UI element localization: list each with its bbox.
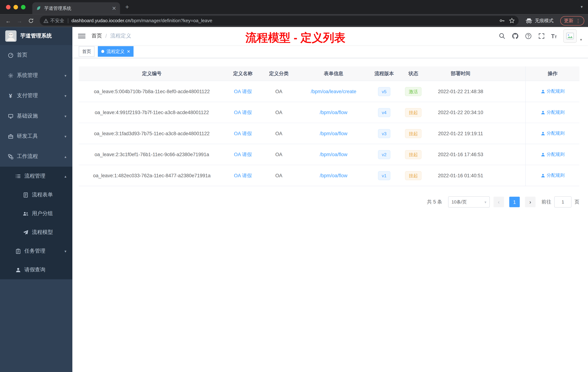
reload-button[interactable]: [26, 18, 35, 23]
font-size-icon[interactable]: TT: [551, 33, 557, 39]
sidebar-item-label: 请假查询: [24, 266, 45, 273]
column-header: 定义编号: [79, 66, 225, 81]
sidebar-item-infrastructure[interactable]: 基础设施 ▾: [0, 106, 72, 126]
sidebar-item-payment[interactable]: ¥ 支付管理 ▾: [0, 86, 72, 106]
app-root: 芋道管理系统 首页 系统管理 ▾ ¥ 支付管理 ▾ 基础设施 ▾: [0, 27, 588, 372]
breadcrumb-current: 流程定义: [110, 33, 131, 39]
sidebar-item-workflow[interactable]: 工作流程 ▴: [0, 146, 72, 166]
assign-rule-link[interactable]: 分配规则: [541, 109, 565, 116]
chevron-down-icon: ▾: [64, 114, 66, 118]
incognito-label: 无痕模式: [535, 17, 554, 24]
divider: [68, 18, 68, 23]
definition-name-link[interactable]: OA 请假: [234, 130, 252, 137]
monitor-icon: [8, 113, 13, 119]
filler-cell: [492, 165, 525, 186]
sidebar-item-label: 工作流程: [17, 153, 38, 160]
sidebar-item-leave-query[interactable]: 请假查询: [0, 261, 72, 279]
form-link[interactable]: /bpm/oa/flow: [320, 131, 347, 136]
sidebar-item-devtools[interactable]: 研发工具 ▾: [0, 126, 72, 146]
incognito-indicator: 无痕模式: [525, 17, 554, 24]
fullscreen-icon[interactable]: [538, 33, 545, 39]
definition-name-link[interactable]: OA 请假: [234, 109, 252, 116]
security-label[interactable]: 不安全: [50, 17, 64, 24]
bookmark-star-icon[interactable]: [509, 18, 515, 24]
breadcrumb-home[interactable]: 首页: [92, 33, 102, 39]
column-header: 状态: [398, 66, 429, 81]
sidebar-item-system[interactable]: 系统管理 ▾: [0, 65, 72, 86]
table-row: oa_leave:2:3c1f0ef1-76b1-11ec-9c66-a2380…: [79, 144, 579, 165]
help-icon[interactable]: [525, 33, 532, 39]
definition-name-link[interactable]: OA 请假: [234, 172, 252, 179]
password-key-icon[interactable]: [499, 18, 505, 24]
avatar[interactable]: [563, 29, 577, 43]
close-window-button[interactable]: [6, 5, 10, 10]
page-size-select[interactable]: 10条/页 ▾: [448, 196, 490, 208]
browser-toolbar: ← → 不安全 dashboard.yudao.iocoder.cn/bpm/m…: [0, 14, 588, 27]
app-logo: 芋道管理系统: [0, 27, 72, 45]
incognito-icon: [525, 18, 533, 24]
close-tab-icon[interactable]: ✕: [112, 5, 116, 11]
back-button[interactable]: ←: [4, 17, 13, 24]
sidebar-item-task-management[interactable]: 任务管理 ▾: [0, 242, 72, 261]
sidebar-item-process-model[interactable]: 流程模型: [0, 223, 72, 242]
maximize-window-button[interactable]: [21, 5, 26, 10]
definition-table: 定义编号 定义名称 定义分类 表单信息 流程版本 状态 部署时间 操作 oa_l…: [79, 66, 579, 186]
tab-search-chevron-icon[interactable]: ▾: [581, 5, 583, 10]
assign-rule-link[interactable]: 分配规则: [541, 88, 565, 95]
assign-rule-link[interactable]: 分配规则: [541, 130, 565, 137]
sidebar-item-process-management[interactable]: 流程管理 ▴: [0, 167, 72, 186]
goto-label: 前往: [541, 198, 551, 205]
github-icon[interactable]: [512, 33, 519, 39]
current-page-button[interactable]: 1: [509, 197, 520, 207]
form-link[interactable]: /bpm/oa/leave/create: [311, 89, 356, 94]
definition-id: oa_leave:2:3c1f0ef1-76b1-11ec-9c66-a2380…: [79, 144, 225, 165]
sidebar-item-process-form[interactable]: 流程表单: [0, 186, 72, 204]
form-icon: [22, 192, 29, 198]
definition-name-link[interactable]: OA 请假: [234, 151, 252, 158]
users-icon: [22, 211, 29, 217]
definition-name-link[interactable]: OA 请假: [234, 88, 252, 95]
chevron-down-icon: ▾: [64, 73, 66, 77]
chevron-up-icon: ▴: [64, 154, 66, 159]
form-link[interactable]: /bpm/oa/flow: [320, 109, 347, 115]
prev-page-button[interactable]: ‹: [494, 197, 504, 207]
next-page-button[interactable]: ›: [525, 197, 536, 207]
status-badge: 激活: [405, 87, 422, 96]
column-header: 部署时间: [429, 66, 492, 81]
form-link[interactable]: /bpm/oa/flow: [320, 173, 347, 178]
form-link[interactable]: /bpm/oa/flow: [320, 152, 347, 157]
chevron-down-icon: ▾: [64, 134, 66, 138]
sidebar-item-label: 基础设施: [17, 113, 38, 119]
search-icon[interactable]: [499, 33, 505, 39]
address-bar[interactable]: 不安全 dashboard.yudao.iocoder.cn/bpm/manag…: [40, 16, 519, 26]
workflow-icon: [8, 153, 13, 160]
browser-tab[interactable]: 芋道管理系统 ✕: [32, 2, 120, 14]
assign-rule-link[interactable]: 分配规则: [541, 172, 565, 179]
forward-button[interactable]: →: [15, 17, 24, 24]
tag-process-definition[interactable]: 流程定义 ✕: [98, 46, 134, 57]
table-header: 定义编号 定义名称 定义分类 表单信息 流程版本 状态 部署时间 操作: [79, 66, 579, 81]
close-tag-icon[interactable]: ✕: [127, 49, 130, 54]
sidebar-item-home[interactable]: 首页: [0, 45, 72, 65]
tag-label: 流程定义: [106, 48, 125, 55]
filler-cell: [492, 102, 525, 123]
definition-id: oa_leave:3:1fad3d93-7b75-11ec-a3c8-acde4…: [79, 123, 225, 144]
assign-rule-link[interactable]: 分配规则: [541, 151, 565, 158]
workflow-submenu: 流程管理 ▴ 流程表单 用户分组 流程模型 任务管理: [0, 167, 72, 279]
browser-menu-icon[interactable]: ⋮: [576, 18, 580, 23]
minimize-window-button[interactable]: [13, 5, 18, 10]
tag-home[interactable]: 首页: [79, 46, 94, 57]
table-row: oa_leave:1:482ec033-762a-11ec-8477-a2380…: [79, 165, 579, 186]
pagination: 共 5 条 10条/页 ▾ ‹ 1 › 前往 页: [79, 196, 579, 208]
sidebar-toggle-icon[interactable]: [78, 34, 85, 38]
column-header: 表单信息: [297, 66, 370, 81]
goto-page-input[interactable]: [554, 196, 571, 208]
new-tab-button[interactable]: +: [125, 3, 129, 11]
total-count: 共 5 条: [427, 198, 442, 205]
sidebar-item-label: 流程表单: [32, 191, 53, 198]
chevron-down-icon[interactable]: ▾: [580, 37, 582, 42]
chrome-update-button[interactable]: 更新 ⋮: [560, 16, 584, 25]
paper-plane-icon: [22, 229, 29, 235]
sidebar-item-user-group[interactable]: 用户分组: [0, 204, 72, 223]
table-row: oa_leave:4:991f2193-7b7f-11ec-a3c8-acde4…: [79, 102, 579, 123]
